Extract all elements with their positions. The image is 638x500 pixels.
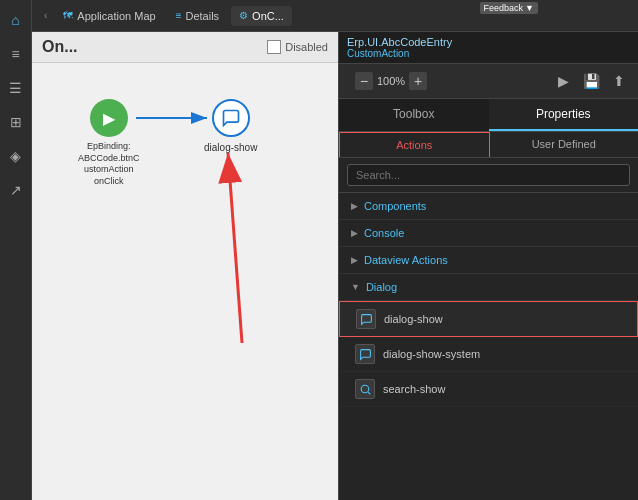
feedback-badge[interactable]: Feedback ▼ (480, 2, 538, 14)
zoom-minus-button[interactable]: − (355, 72, 373, 90)
zoom-bar: − 100% + (347, 68, 546, 94)
flow-canvas: ▶ EpBinding:ABCCode.btnCustomActiononCli… (32, 63, 338, 500)
sidebar-icon-layers[interactable]: ≡ (4, 42, 28, 66)
start-node[interactable]: ▶ EpBinding:ABCCode.btnCustomActiononCli… (78, 99, 140, 188)
nav-tab-details[interactable]: ≡ Details (168, 6, 227, 26)
action-item-search-show[interactable]: search-show (339, 372, 638, 407)
subtab-user-defined[interactable]: User Defined (490, 132, 639, 157)
components-arrow-icon: ▶ (351, 201, 358, 211)
category-components[interactable]: ▶ Components (339, 193, 638, 220)
svg-line-5 (368, 392, 370, 394)
disabled-checkbox[interactable] (267, 40, 281, 54)
panel-subtitle: CustomAction (347, 48, 630, 59)
panel-app-title: Erp.UI.AbcCodeEntry (347, 36, 630, 48)
right-panel: Erp.UI.AbcCodeEntry CustomAction − 100% … (338, 32, 638, 500)
search-bar (339, 158, 638, 193)
back-arrow[interactable]: ‹ (40, 8, 51, 23)
upload-icon[interactable]: ⬆ (608, 70, 630, 92)
sidebar-icon-list[interactable]: ☰ (4, 76, 28, 100)
tab-properties[interactable]: Properties (489, 99, 639, 131)
onc-icon: ⚙ (239, 10, 248, 21)
svg-point-4 (361, 385, 369, 393)
sidebar-icon-share[interactable]: ↗ (4, 178, 28, 202)
split-area: On... Disabled (32, 32, 638, 500)
tab-toolbox[interactable]: Toolbox (339, 99, 489, 131)
dataview-arrow-icon: ▶ (351, 255, 358, 265)
category-dataview-actions[interactable]: ▶ Dataview Actions (339, 247, 638, 274)
disabled-badge: Disabled (267, 40, 328, 54)
start-label: EpBinding:ABCCode.btnCustomActiononClick (78, 141, 140, 188)
map-icon: 🗺 (63, 10, 73, 21)
nav-tab-application-map[interactable]: 🗺 Application Map (55, 6, 163, 26)
sidebar-icon-home[interactable]: ⌂ (4, 8, 28, 32)
left-sidebar: ⌂ ≡ ☰ ⊞ ◈ ↗ (0, 0, 32, 500)
play-icon[interactable]: ▶ (552, 70, 574, 92)
dialog-show-label: dialog-show (204, 141, 257, 154)
toolbox-list: ▶ Components ▶ Console ▶ Dataview Action… (339, 193, 638, 500)
category-console[interactable]: ▶ Console (339, 220, 638, 247)
dialog-arrow-icon: ▼ (351, 282, 360, 292)
subtab-actions[interactable]: Actions (339, 132, 490, 157)
save-icon[interactable]: 💾 (580, 70, 602, 92)
canvas-header: On... Disabled (32, 32, 338, 63)
panel-header: Erp.UI.AbcCodeEntry CustomAction (339, 32, 638, 64)
category-dialog[interactable]: ▼ Dialog (339, 274, 638, 301)
top-nav: Feedback ▼ ‹ 🗺 Application Map ≡ Details… (32, 0, 638, 32)
dialog-show-circle (212, 99, 250, 137)
sub-tabs: Actions User Defined (339, 132, 638, 158)
action-item-dialog-show-system[interactable]: dialog-show-system (339, 337, 638, 372)
flow-connection-svg (32, 63, 332, 363)
main-content: Feedback ▼ ‹ 🗺 Application Map ≡ Details… (32, 0, 638, 500)
canvas-title: On... (42, 38, 78, 56)
panel-top-actions: − 100% + ▶ 💾 ⬆ (339, 64, 638, 99)
dialog-show-node[interactable]: dialog-show (204, 99, 257, 154)
prop-tabs: Toolbox Properties (339, 99, 638, 132)
start-circle: ▶ (90, 99, 128, 137)
canvas-area: On... Disabled (32, 32, 338, 500)
sidebar-icon-grid[interactable]: ⊞ (4, 110, 28, 134)
svg-line-3 (228, 153, 242, 343)
console-arrow-icon: ▶ (351, 228, 358, 238)
dialog-show-system-action-icon (355, 344, 375, 364)
sidebar-icon-cube[interactable]: ◈ (4, 144, 28, 168)
dialog-show-action-icon (356, 309, 376, 329)
details-icon: ≡ (176, 10, 182, 21)
zoom-plus-button[interactable]: + (409, 72, 427, 90)
nav-tab-onc[interactable]: ⚙ OnC... (231, 6, 292, 26)
zoom-value: 100% (377, 75, 405, 87)
search-input[interactable] (347, 164, 630, 186)
search-show-action-icon (355, 379, 375, 399)
action-item-dialog-show[interactable]: dialog-show (339, 301, 638, 337)
